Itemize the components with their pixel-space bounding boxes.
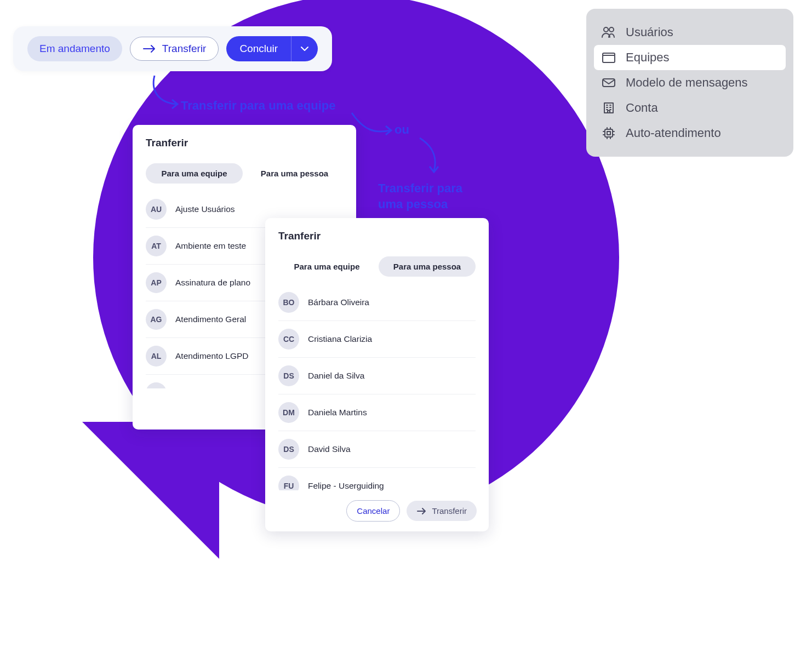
- tab-team[interactable]: Para uma equipe: [278, 256, 375, 277]
- settings-item-users[interactable]: Usuários: [594, 20, 786, 45]
- conclude-label: Concluir: [226, 36, 291, 61]
- svg-rect-3: [603, 79, 615, 87]
- avatar: AL: [146, 346, 167, 367]
- modal-title: Tranferir: [133, 125, 356, 159]
- list-item-label: Daniela Martins: [308, 408, 367, 417]
- cancel-button[interactable]: Cancelar: [346, 500, 400, 522]
- avatar: CC: [278, 329, 299, 350]
- list-item-label: Ajuste Usuários: [175, 204, 235, 214]
- list-item[interactable]: BOBárbara Oliveira: [278, 284, 476, 321]
- transfer-button[interactable]: Transferir: [130, 37, 219, 61]
- list-item[interactable]: DSDavid Silva: [278, 431, 476, 468]
- hint-to-person: Transferir para uma pessoa: [378, 181, 462, 212]
- settings-item-message-templates[interactable]: Modelo de mensagens: [594, 70, 786, 95]
- settings-item-auto-service[interactable]: Auto-atendimento: [594, 121, 786, 146]
- status-label: Em andamento: [39, 43, 110, 54]
- status-pill: Em andamento: [27, 36, 122, 61]
- settings-item-label: Auto-atendimento: [626, 126, 721, 140]
- list-item-label: David Silva: [308, 444, 351, 454]
- tab-person[interactable]: Para uma pessoa: [246, 163, 343, 184]
- list-item-label: Ambiente em teste: [175, 241, 246, 251]
- list-item[interactable]: FUFelipe - Userguiding: [278, 468, 476, 490]
- avatar: DS: [278, 439, 299, 460]
- tab-person[interactable]: Para uma pessoa: [379, 256, 476, 277]
- svg-rect-6: [607, 131, 610, 135]
- svg-rect-4: [604, 103, 613, 113]
- conclude-dropdown-toggle[interactable]: [291, 36, 318, 61]
- settings-item-label: Equipes: [626, 50, 670, 65]
- svg-rect-5: [605, 129, 613, 137]
- list-item[interactable]: DSDaniel da Silva: [278, 358, 476, 394]
- avatar: AG: [146, 309, 167, 330]
- list-item-label: Atendimento LGPD: [175, 351, 249, 361]
- arrow-to-person: [414, 135, 453, 179]
- list-item-label: Assinatura de plano: [175, 278, 250, 288]
- avatar: DM: [278, 402, 299, 423]
- arrow-right-icon: [416, 507, 427, 515]
- transfer-label: Transferir: [162, 43, 207, 55]
- settings-item-label: Modelo de mensagens: [626, 76, 748, 90]
- modal-tabs: Para uma equipe Para uma pessoa: [278, 252, 476, 284]
- building-icon: [601, 101, 617, 114]
- hint-to-team: Transferir para uma equipe: [181, 99, 335, 113]
- list-item[interactable]: DMDaniela Martins: [278, 394, 476, 431]
- avatar: AU: [146, 199, 167, 220]
- briefcase-icon: [601, 51, 617, 64]
- confirm-transfer-button[interactable]: Transferir: [407, 501, 477, 521]
- avatar: FU: [278, 476, 299, 490]
- hint-or: ou: [394, 123, 409, 137]
- settings-item-account[interactable]: Conta: [594, 95, 786, 121]
- conclude-button[interactable]: Concluir: [226, 36, 318, 61]
- background-bubble-tail: [82, 422, 219, 559]
- chip-icon: [601, 126, 617, 140]
- settings-item-label: Conta: [626, 101, 658, 115]
- avatar: AC: [146, 382, 167, 388]
- svg-rect-2: [603, 55, 615, 62]
- arrow-right-icon: [142, 44, 157, 54]
- status-toolbar: Em andamento Transferir Concluir: [13, 26, 332, 71]
- transfer-modal-person: Tranferir Para uma equipe Para uma pesso…: [265, 218, 489, 531]
- settings-item-label: Usuários: [626, 25, 673, 39]
- modal-title: Tranferir: [265, 218, 489, 252]
- list-item[interactable]: CCCristiana Clarizia: [278, 321, 476, 358]
- chevron-down-icon: [300, 46, 309, 51]
- avatar: AT: [146, 236, 167, 256]
- svg-point-1: [609, 27, 614, 32]
- list-item-label: Bárbara Oliveira: [308, 297, 369, 307]
- avatar: AP: [146, 272, 167, 293]
- modal-footer: Cancelar Transferir: [265, 490, 489, 531]
- list-item-label: Daniel da Silva: [308, 371, 364, 381]
- avatar: DS: [278, 365, 299, 386]
- modal-body[interactable]: Para uma equipe Para uma pessoa BOBárbar…: [265, 252, 489, 490]
- list-item-label: Felipe - Userguiding: [308, 481, 384, 490]
- settings-item-teams[interactable]: Equipes: [594, 45, 786, 70]
- list-item-label: Cristiana Clarizia: [308, 334, 372, 344]
- avatar: BO: [278, 292, 299, 313]
- tab-team[interactable]: Para uma equipe: [146, 163, 243, 184]
- svg-point-0: [604, 27, 608, 32]
- settings-menu: Usuários Equipes Modelo de mensagens Con…: [586, 9, 793, 157]
- users-icon: [601, 26, 617, 38]
- modal-tabs: Para uma equipe Para uma pessoa: [146, 159, 343, 191]
- list-item-label: Atendimento Geral: [175, 314, 246, 324]
- envelope-icon: [601, 77, 617, 88]
